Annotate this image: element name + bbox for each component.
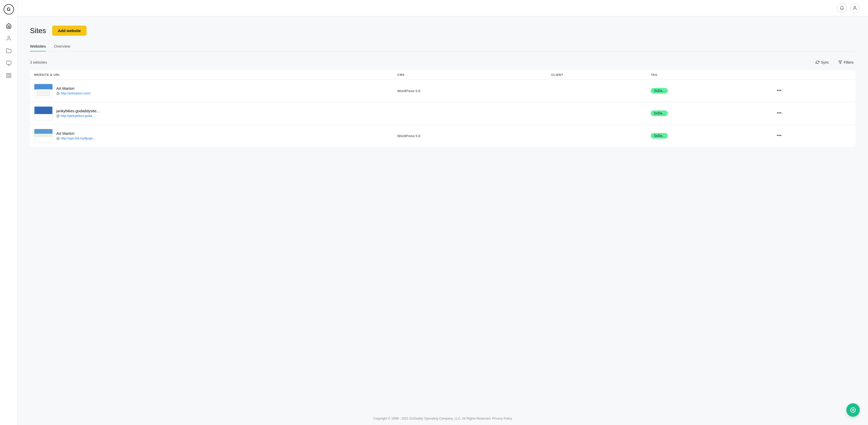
site-cell-0: Art Martori http://artmartori.com/ bbox=[30, 79, 393, 102]
globe-icon bbox=[56, 92, 60, 95]
site-name-1: jankybikes.godaddysite... bbox=[56, 109, 100, 113]
user-menu-button[interactable] bbox=[850, 3, 860, 13]
site-name-2: Art Martori bbox=[56, 131, 95, 136]
sidebar-item-monitor[interactable] bbox=[4, 58, 14, 68]
table-row: Art Martori http://upn.fcb.myftpupl... W… bbox=[30, 124, 856, 147]
tab-websites[interactable]: Websites bbox=[30, 44, 46, 52]
sites-table: WEBSITE & URL CMS CLIENT TAG Art Martori… bbox=[30, 70, 856, 147]
site-thumbnail-0 bbox=[34, 84, 53, 98]
footer-text: Copyright © 1999 - 2021 GoDaddy Operatin… bbox=[373, 417, 512, 420]
actions-cell-0: ••• bbox=[771, 79, 856, 102]
tag-cell-1: GoDa... bbox=[647, 102, 770, 124]
svg-rect-7 bbox=[9, 76, 10, 78]
tab-overview[interactable]: Overview bbox=[54, 44, 70, 52]
site-url-1[interactable]: http://jankybikes.goda... bbox=[56, 114, 100, 118]
table-row: jankybikes.godaddysite... http://jankybi… bbox=[30, 102, 856, 124]
sync-button[interactable]: Sync bbox=[813, 59, 831, 66]
table-row: Art Martori http://artmartori.com/ WordP… bbox=[30, 79, 856, 102]
site-info-1: jankybikes.godaddysite... http://jankybi… bbox=[56, 109, 100, 118]
svg-rect-1 bbox=[6, 61, 11, 64]
sync-icon bbox=[815, 60, 819, 64]
filters-label: Filters bbox=[844, 60, 854, 64]
sync-label: Sync bbox=[821, 60, 829, 64]
globe-icon bbox=[56, 114, 60, 118]
svg-rect-4 bbox=[6, 74, 8, 75]
actions-cell-2: ••• bbox=[771, 124, 856, 147]
more-options-button-1[interactable]: ••• bbox=[775, 109, 784, 117]
sidebar-item-files[interactable] bbox=[4, 46, 14, 56]
site-info-0: Art Martori http://artmartori.com/ bbox=[56, 86, 90, 95]
svg-point-0 bbox=[8, 36, 9, 38]
sidebar-item-clients[interactable] bbox=[4, 33, 14, 44]
main-area: Sites Add website Websites Overview 3 we… bbox=[18, 0, 868, 425]
client-cell-0 bbox=[547, 79, 647, 102]
site-cell-2: Art Martori http://upn.fcb.myftpupl... bbox=[30, 124, 393, 147]
col-tag: TAG bbox=[647, 70, 770, 80]
cms-cell-2: WordPress 5.6 bbox=[393, 124, 547, 147]
tag-cell-2: GoDa... bbox=[647, 124, 770, 147]
cms-cell-1 bbox=[393, 102, 547, 124]
sidebar-item-home[interactable] bbox=[4, 21, 14, 31]
page-header: Sites Add website bbox=[30, 26, 856, 36]
tag-badge-1: GoDa... bbox=[651, 110, 668, 116]
sidebar-item-grid[interactable] bbox=[4, 70, 14, 81]
sidebar: G bbox=[0, 0, 18, 425]
cms-cell-0: WordPress 5.6 bbox=[393, 79, 547, 102]
tag-cell-0: GoDa... bbox=[647, 79, 770, 102]
notifications-button[interactable] bbox=[837, 3, 847, 13]
tag-badge-0: GoDa... bbox=[651, 88, 668, 94]
site-thumbnail-1 bbox=[34, 106, 53, 120]
tab-bar: Websites Overview bbox=[30, 44, 856, 52]
svg-marker-9 bbox=[839, 61, 842, 64]
col-website-url: WEBSITE & URL bbox=[30, 70, 393, 80]
client-cell-2 bbox=[547, 124, 647, 147]
svg-point-8 bbox=[854, 6, 856, 8]
more-options-button-2[interactable]: ••• bbox=[775, 132, 784, 139]
footer: Copyright © 1999 - 2021 GoDaddy Operatin… bbox=[18, 412, 868, 425]
site-cell-1: jankybikes.godaddysite... http://jankybi… bbox=[30, 102, 393, 124]
globe-icon bbox=[56, 137, 60, 140]
fab-button[interactable] bbox=[846, 403, 860, 417]
table-header-row: WEBSITE & URL CMS CLIENT TAG bbox=[30, 70, 856, 80]
brand-logo[interactable]: G bbox=[4, 4, 14, 15]
tag-badge-2: GoDa... bbox=[651, 133, 668, 139]
table-controls: 3 websites Sync Filters bbox=[30, 59, 856, 66]
filter-icon bbox=[838, 60, 842, 64]
site-count: 3 websites bbox=[30, 60, 47, 64]
col-client: CLIENT bbox=[547, 70, 647, 80]
site-info-2: Art Martori http://upn.fcb.myftpupl... bbox=[56, 131, 95, 140]
svg-rect-6 bbox=[6, 76, 8, 78]
filters-button[interactable]: Filters bbox=[836, 59, 856, 66]
site-name-0: Art Martori bbox=[56, 86, 90, 90]
actions-cell-1: ••• bbox=[771, 102, 856, 124]
add-website-button[interactable]: Add website bbox=[52, 26, 86, 36]
content-area: Sites Add website Websites Overview 3 we… bbox=[18, 16, 868, 412]
table-actions: Sync Filters bbox=[813, 59, 856, 66]
col-cms: CMS bbox=[393, 70, 547, 80]
more-options-button-0[interactable]: ••• bbox=[775, 87, 784, 94]
fab-icon bbox=[850, 407, 856, 413]
site-url-2[interactable]: http://upn.fcb.myftpupl... bbox=[56, 137, 95, 140]
col-actions bbox=[771, 70, 856, 80]
svg-rect-5 bbox=[9, 74, 10, 75]
topbar bbox=[18, 0, 868, 16]
page-title: Sites bbox=[30, 27, 46, 35]
site-url-0[interactable]: http://artmartori.com/ bbox=[56, 91, 90, 95]
site-thumbnail-2 bbox=[34, 129, 53, 143]
client-cell-1 bbox=[547, 102, 647, 124]
